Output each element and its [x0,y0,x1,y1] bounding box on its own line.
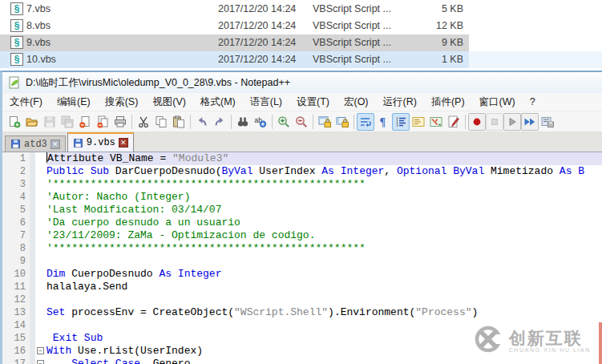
save-icon[interactable] [41,113,59,131]
file-row-9.vbs[interactable]: §9.vbs2017/12/20 14:24VBScript Script ..… [0,34,602,51]
vbs-file-icon: § [10,53,23,66]
bookmark-margin[interactable] [30,178,35,191]
zoom-out-icon[interactable] [293,113,310,131]
bookmark-margin[interactable] [30,152,35,165]
new-file-icon[interactable] [6,113,23,131]
menu-语言l[interactable]: 语言(L) [243,93,289,111]
menu-文件f[interactable]: 文件(F) [2,93,50,111]
window-title: D:\临时工作\virusMic\oledump_V0_0_28\9.vbs -… [26,76,290,90]
tab-atd3[interactable]: atd3✕ [5,135,66,152]
line-number: 13 [2,306,30,319]
bookmark-margin[interactable] [30,281,35,293]
bookmark-margin[interactable] [30,191,35,204]
watermark: 创新互联 CHUANG XIN HU LIAN [473,324,591,358]
word-wrap-icon[interactable] [357,113,374,131]
menu-运行r[interactable]: 运行(R) [376,93,424,111]
file-row-7.vbs[interactable]: §7.vbs2017/12/20 14:24VBScript Script ..… [0,1,602,18]
bookmark-margin[interactable] [30,165,35,178]
file-size: 5 KB [410,1,463,18]
code-line-7: 7'23/11/2009: ZaMa - Optimizacion de cod… [2,229,602,242]
bookmark-margin[interactable] [30,229,35,242]
code-line-4: 4'Autor: Nacho (Integer) [2,191,602,204]
fold-collapse-icon[interactable]: − [37,360,44,364]
menu-bar: 文件(F)编辑(E)搜索(S)视图(V)格式(M)语言(L)设置(T)宏(O)运… [2,93,602,111]
bookmark-margin[interactable] [30,255,35,268]
menu-宏o[interactable]: 宏(O) [337,93,376,111]
fold-margin [35,165,46,178]
line-number: 7 [2,229,30,242]
file-type: VBScript Script ... [313,51,391,68]
menu-[interactable]: ? [523,93,543,111]
code-text [46,293,602,306]
title-bar[interactable]: D:\临时工作\virusMic\oledump_V0_0_28\9.vbs -… [2,72,602,93]
bookmark-margin[interactable] [30,268,35,281]
run-macro-multiple-icon[interactable] [521,113,539,131]
stop-macro-icon[interactable] [486,113,503,131]
zoom-in-icon[interactable] [275,113,293,131]
bookmark-margin[interactable] [30,204,35,216]
show-all-characters-icon[interactable]: ¶ [374,113,392,131]
sync-vertical-icon[interactable] [316,113,333,131]
undo-icon[interactable] [193,113,211,131]
document-edit-icon[interactable] [445,113,463,131]
toolbar-separator [131,115,132,129]
save-macro-icon[interactable] [539,113,556,131]
menu-编辑e[interactable]: 编辑(E) [50,93,98,111]
line-number: 8 [2,242,30,255]
tab-close-icon[interactable]: ✕ [119,138,128,148]
menu-插件p[interactable]: 插件(P) [424,93,472,111]
line-number: 17 [2,358,30,364]
menu-搜索s[interactable]: 搜索(S) [98,93,146,111]
copy-icon[interactable] [152,113,170,131]
cut-icon[interactable] [135,113,152,131]
indent-guide-icon[interactable] [392,113,410,131]
code-line-2: 2Public Sub DarCuerpoDesnudo(ByVal UserI… [2,165,602,178]
bookmark-margin[interactable] [30,332,35,345]
find-icon[interactable] [234,113,252,131]
watermark-text-en: CHUANG XIN HU LIAN [509,347,591,353]
function-list-icon[interactable] [410,113,427,131]
play-macro-icon[interactable] [503,113,521,131]
bookmark-margin[interactable] [30,293,35,306]
replace-icon[interactable]: ab [252,113,269,131]
file-name: 10.vbs [26,51,56,68]
file-row-8.vbs[interactable]: §8.vbs2017/12/20 14:24VBScript Script ..… [0,18,602,34]
fold-margin [35,204,46,216]
bookmark-margin[interactable] [30,242,35,255]
close-file-icon[interactable] [76,113,94,131]
bookmark-margin[interactable] [30,306,35,319]
bookmark-margin[interactable] [30,358,35,364]
open-file-icon[interactable] [23,113,41,131]
file-name: 9.vbs [26,34,51,51]
line-number: 12 [2,293,30,306]
print-icon[interactable] [111,113,129,131]
menu-窗口w[interactable]: 窗口(W) [472,93,523,111]
menu-视图v[interactable]: 视图(V) [145,93,193,111]
menu-设置t[interactable]: 设置(T) [289,93,337,111]
fold-collapse-icon[interactable]: − [37,347,44,354]
paste-icon[interactable] [170,113,188,131]
toolbar: ab¶ [2,111,602,132]
save-all-icon[interactable] [59,113,76,131]
file-type: VBScript Script ... [313,18,391,34]
bookmark-margin[interactable] [30,345,35,358]
code-text: Attribute VB_Name = "Module3" [46,152,602,165]
bookmark-margin[interactable] [30,216,35,229]
menu-格式m[interactable]: 格式(M) [193,93,243,111]
sync-horizontal-icon[interactable] [333,113,351,131]
vbs-file-icon: § [10,19,23,32]
toolbar-separator [272,115,273,129]
record-macro-icon[interactable] [468,113,486,131]
fold-margin [35,319,46,332]
bookmark-margin[interactable] [30,319,35,332]
saved-floppy-icon [73,138,83,148]
code-line-6: 6'Da cuerpo desnudo a un usuario [2,216,602,229]
tab-9.vbs[interactable]: 9.vbs✕ [67,132,134,152]
code-text: '23/11/2009: ZaMa - Optimizacion de codi… [46,229,602,242]
document-map-icon[interactable] [427,113,445,131]
redo-icon[interactable] [211,113,228,131]
tab-close-icon[interactable]: ✕ [51,140,60,149]
close-all-icon[interactable] [94,113,111,131]
file-row-10.vbs[interactable]: §10.vbs2017/12/20 14:24VBScript Script .… [0,51,602,68]
fold-margin [35,216,46,229]
